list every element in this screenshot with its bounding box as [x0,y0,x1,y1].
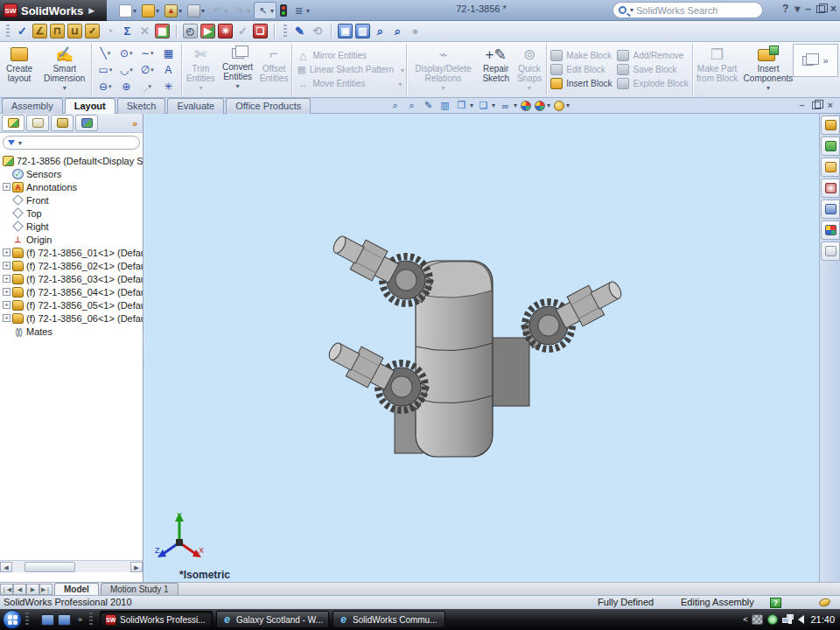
spline-tool[interactable]: ∼▾ [136,45,158,61]
status-tag-icon[interactable] [818,597,831,608]
menu-expand-arrow-icon[interactable]: ▶ [88,6,94,15]
check-active-document-icon[interactable]: ✓ [85,24,100,38]
assembly-3d-model[interactable] [144,114,819,582]
taskbar-button-solidworks[interactable]: SW SolidWorks Professi... [100,611,213,628]
section-view-button[interactable]: ▥ [438,99,452,112]
expand-icon[interactable]: + [3,314,10,322]
design-library-tab[interactable] [821,136,840,156]
quick-snaps-button[interactable]: ⊚ Quick Snaps ▾ [514,42,545,97]
performance-evaluation-icon[interactable]: ◴ [183,24,198,38]
custom-properties-tab[interactable] [821,242,840,261]
create-layout-button[interactable]: Create layout [0,42,38,97]
tree-item-mates[interactable]: ()()Mates [3,325,143,338]
selection-filter-icon[interactable]: ✎ [292,24,307,38]
mirror-entities-button[interactable]: △ Mirror Entities [297,50,402,61]
add-remove-button[interactable]: Add/Remove [617,50,688,61]
equations-icon[interactable]: Σ [120,24,135,38]
configurationmanager-tab[interactable] [51,115,74,131]
tab-assembly[interactable]: Assembly [2,98,63,114]
redo-button[interactable]: ↷▾ [231,2,252,19]
expand-icon[interactable]: + [3,288,10,296]
expand-icon[interactable]: + [3,248,10,256]
trim-entities-button[interactable]: ✄ Trim Entities ▾ [183,42,218,97]
doc-minimize-button[interactable]: – [799,100,804,110]
close-button[interactable]: × [830,3,836,15]
doc-close-button[interactable]: × [828,100,833,110]
search-box[interactable]: ▾ SolidWorks Search [612,2,763,18]
expand-icon[interactable]: + [3,301,10,309]
tab-evaluate[interactable]: Evaluate [167,98,224,114]
model-tab[interactable]: Model [54,583,99,595]
filter-dropdown-icon[interactable]: ▾ [18,139,22,147]
large-assembly-mode-icon[interactable]: ▣ [338,24,353,38]
make-part-from-block-button[interactable]: ❒ Make Part from Block [694,42,741,97]
edit-appearance-button[interactable] [521,101,531,111]
save-button[interactable]: ▲▾ [163,2,184,19]
featuremanager-tree-tab[interactable] [2,115,24,131]
taskbar-button-solidworks-community[interactable]: e SolidWorks Commu... [332,611,445,628]
ellipse-tool[interactable]: ∅▾ [136,61,158,78]
compare-documents-icon[interactable]: ❏ [253,24,268,38]
select-button[interactable]: ↖▾ [254,2,276,19]
propertymanager-tab[interactable] [26,115,49,131]
mass-properties-icon[interactable]: ⊓ [50,24,65,38]
switch-windows-icon[interactable] [58,614,71,626]
zoom-in-icon[interactable]: ⌕ [373,24,388,38]
zoom-to-area-button[interactable]: ⌕ [405,99,418,112]
appearances-tab[interactable] [821,220,840,240]
display-delete-relations-button[interactable]: ⌁ Display/Delete Relations ▾ [408,42,478,97]
tree-item-annotations[interactable]: +AAnnotations [3,180,143,193]
toolbar-box-chevron[interactable]: » [823,55,829,66]
scroll-thumb[interactable] [24,562,75,572]
scroll-right-arrow[interactable]: ▶ [130,562,143,572]
search-tab[interactable] [821,178,840,198]
quick-launch-chevron[interactable]: » [78,615,82,624]
tree-item-front-plane[interactable]: Front [3,193,143,206]
solidworks-resources-tab[interactable] [821,116,840,135]
verification-icon[interactable]: ✓ [235,24,250,38]
print-button[interactable]: ▾ [186,2,206,19]
smart-dimension-button[interactable]: ✍ Smart Dimension ▾ [38,42,90,97]
edit-block-button[interactable]: Edit Block [550,64,612,75]
expand-icon[interactable]: + [3,275,10,283]
search-dropdown-icon[interactable]: ▾ [630,6,634,14]
tab-sketch[interactable]: Sketch [117,98,166,114]
tree-item-right-plane[interactable]: Right [3,220,143,233]
tree-filter-box[interactable]: ▾ [3,136,140,150]
point-tool[interactable]: ⊕ [116,78,136,94]
move-entities-button[interactable]: ↔ Move Entities ▾ [297,78,402,89]
section-view-icon[interactable]: ▥ [355,24,370,38]
section-properties-icon[interactable]: ⊔ [67,24,82,38]
repair-sketch-button[interactable]: +✎ Repair Sketch [479,42,514,97]
fillet-tool[interactable]: ◞▾ [136,78,158,94]
tree-item-component-02[interactable]: +(f) 72-1-3856_02<1> (Default [3,259,143,272]
featuremanager-chevron[interactable]: » [132,118,141,129]
make-block-button[interactable]: Make Block [550,50,612,61]
tree-horizontal-scrollbar[interactable]: ◀ ▶ [0,560,143,572]
asterisk-tool[interactable]: ✳ [158,78,178,94]
previous-tab-button[interactable]: ◀ [13,584,26,595]
convert-entities-button[interactable]: Convert Entities ▾ [219,42,257,97]
photoview-icon[interactable]: ✳ [218,24,233,38]
zoom-window-icon[interactable]: ⌕ [390,24,405,38]
apply-scene-button[interactable]: ▾ [535,101,550,111]
status-help-icon[interactable]: ? [770,598,781,608]
displaymanager-tab[interactable] [75,115,98,131]
last-tab-button[interactable]: ▶❘ [39,584,52,595]
circle-tool[interactable]: ⊙▾ [116,45,136,61]
rectangle-tool[interactable]: ▭▾ [94,61,116,78]
save-block-button[interactable]: Save Block [617,64,688,75]
new-document-button[interactable]: ▾ [117,2,138,19]
volume-icon[interactable] [798,615,804,624]
rebuild-button[interactable] [278,2,289,19]
expand-icon[interactable]: + [3,262,10,270]
animator-icon[interactable]: ▶ [200,24,215,38]
reload-icon[interactable]: ⟲ [310,24,325,38]
next-tab-button[interactable]: ▶ [26,584,39,595]
scroll-left-arrow[interactable]: ◀ [0,562,12,572]
help-dropdown-icon[interactable]: ▾ [794,3,800,15]
zoom-to-fit-button[interactable]: ⌕ [388,99,402,112]
tree-item-top-plane[interactable]: Top [3,206,143,220]
doc-restore-button[interactable] [812,102,821,109]
deviation-analysis-icon[interactable]: ✕ [137,24,152,38]
